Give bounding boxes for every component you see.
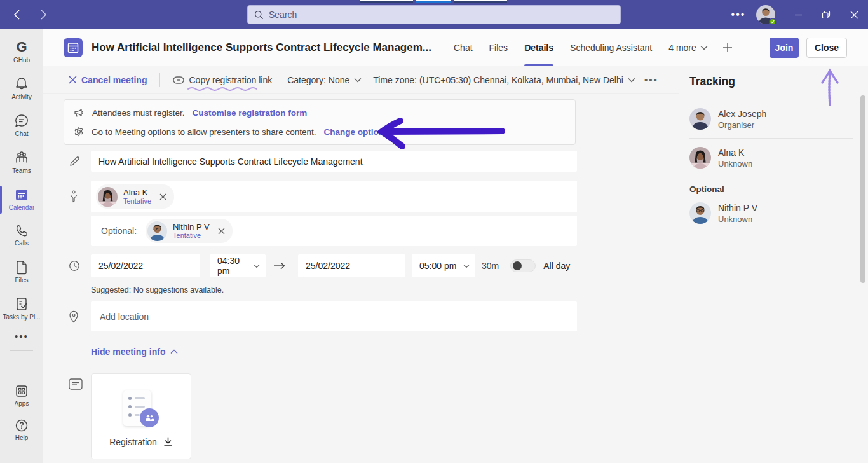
annotation-squiggle-underline bbox=[187, 86, 258, 91]
end-time-select[interactable]: 05:00 pm bbox=[412, 254, 475, 277]
avatar-alex bbox=[689, 108, 711, 130]
chevron-up-icon bbox=[170, 349, 178, 354]
attendee-chip-alna[interactable]: Alna K Tentative bbox=[96, 184, 174, 209]
optional-label: Optional: bbox=[101, 226, 137, 236]
all-day-label: All day bbox=[543, 261, 570, 271]
link-icon bbox=[173, 76, 184, 84]
minimize-button[interactable] bbox=[784, 0, 812, 29]
sidebar-divider bbox=[10, 350, 33, 351]
remove-attendee-icon[interactable] bbox=[218, 228, 225, 235]
bell-icon bbox=[15, 76, 29, 92]
registration-label: Registration bbox=[109, 437, 157, 447]
meeting-details-pane: Cancel meeting Copy registration link Ca… bbox=[43, 66, 679, 463]
attendee-status: Tentative bbox=[173, 232, 210, 240]
nav-back-icon[interactable] bbox=[10, 8, 23, 21]
avatar-nithin bbox=[689, 202, 711, 224]
page-title: How Artificial Intelligence Supports Con… bbox=[92, 41, 431, 54]
cancel-x-icon bbox=[69, 76, 77, 84]
required-attendees-field[interactable]: Alna K Tentative bbox=[91, 181, 577, 212]
tab-details[interactable]: Details bbox=[516, 29, 562, 66]
tracking-person-alna: Alna KUnknown bbox=[689, 141, 868, 174]
location-input[interactable] bbox=[91, 312, 577, 322]
people-badge-icon bbox=[140, 408, 159, 427]
remove-attendee-icon[interactable] bbox=[159, 193, 166, 200]
optional-attendees-field[interactable]: Optional: Nithin P V Tentative bbox=[91, 216, 577, 246]
screen-capture-bars bbox=[360, 0, 507, 3]
start-time-select[interactable]: 04:30 pm bbox=[210, 254, 266, 277]
sidebar-item-tasks[interactable]: Tasks by Pl... bbox=[0, 293, 43, 324]
window-close-button[interactable] bbox=[840, 0, 868, 29]
attendee-name: Alna K bbox=[123, 188, 151, 198]
location-pin-icon bbox=[69, 301, 91, 331]
sidebar-item-calendar[interactable]: Calendar bbox=[0, 183, 43, 215]
main-scrollbar[interactable] bbox=[860, 95, 865, 283]
sidebar-item-ghub[interactable]: G GHub bbox=[0, 36, 43, 67]
restore-button[interactable] bbox=[812, 0, 840, 29]
meeting-header: How Artificial Intelligence Supports Con… bbox=[43, 29, 868, 66]
start-date-input[interactable]: 25/02/2022 bbox=[91, 254, 200, 277]
toolbar-more-icon[interactable]: ••• bbox=[644, 74, 658, 85]
attendee-name: Nithin P V bbox=[173, 222, 210, 232]
timezone-selector[interactable]: Time zone: (UTC+05:30) Chennai, Kolkata,… bbox=[373, 75, 635, 85]
duration-label: 30m bbox=[482, 261, 499, 271]
sidebar-item-activity[interactable]: Activity bbox=[0, 73, 43, 104]
pencil-icon bbox=[69, 151, 91, 172]
tab-files[interactable]: Files bbox=[481, 29, 517, 66]
sidebar-item-chat[interactable]: Chat bbox=[0, 109, 43, 141]
arrow-right-icon bbox=[273, 261, 286, 270]
chevron-down-icon bbox=[463, 264, 470, 268]
description-icon bbox=[69, 373, 91, 459]
copy-registration-link-button[interactable]: Copy registration link bbox=[173, 75, 272, 85]
tracking-optional-heading: Optional bbox=[689, 184, 868, 194]
avatar-alna bbox=[689, 147, 711, 169]
change-options-link[interactable]: Change options bbox=[323, 127, 388, 137]
all-day-toggle[interactable] bbox=[510, 259, 536, 272]
cancel-meeting-button[interactable]: Cancel meeting bbox=[69, 75, 147, 85]
end-date-input[interactable]: 25/02/2022 bbox=[298, 254, 405, 277]
titlebar-more-icon[interactable]: ••• bbox=[726, 9, 751, 20]
meeting-toolbar: Cancel meeting Copy registration link Ca… bbox=[43, 66, 679, 94]
tab-chat[interactable]: Chat bbox=[445, 29, 481, 66]
chat-icon bbox=[14, 113, 29, 128]
avatar-alna bbox=[98, 187, 118, 207]
nav-forward-icon[interactable] bbox=[37, 8, 50, 21]
tab-more[interactable]: 4 more bbox=[660, 29, 716, 66]
meeting-calendar-icon bbox=[64, 38, 83, 57]
add-attendee-icon bbox=[69, 181, 91, 212]
tracking-divider bbox=[689, 138, 853, 139]
registration-notice-box: Attendees must register. Customise regis… bbox=[64, 99, 576, 145]
attendee-chip-nithin[interactable]: Nithin P V Tentative bbox=[146, 219, 233, 243]
search-input[interactable]: Search bbox=[247, 5, 621, 24]
tracking-panel: Tracking Alex JosephOrganiser Alna KUnkn… bbox=[679, 66, 868, 463]
category-selector[interactable]: Category: None bbox=[287, 75, 362, 85]
hide-meeting-info-link[interactable]: Hide meeting info bbox=[91, 347, 178, 357]
attendee-status: Tentative bbox=[123, 197, 151, 205]
add-tab-button[interactable] bbox=[722, 43, 733, 53]
registration-card[interactable]: Registration bbox=[91, 373, 191, 459]
sidebar-more-icon[interactable]: ••• bbox=[15, 324, 29, 342]
search-icon bbox=[254, 10, 264, 20]
meeting-options-notice-text: Go to Meeting options to allow presenter… bbox=[92, 127, 316, 137]
clock-icon bbox=[69, 260, 91, 272]
teams-people-icon bbox=[13, 150, 30, 165]
tracking-person-nithin: Nithin P VUnknown bbox=[689, 197, 868, 230]
customise-registration-form-link[interactable]: Customise registration form bbox=[193, 108, 308, 118]
chevron-down-icon bbox=[628, 78, 635, 83]
meeting-title-input[interactable] bbox=[91, 151, 577, 172]
sidebar-item-calls[interactable]: Calls bbox=[0, 220, 43, 251]
toolbar-divider bbox=[159, 73, 160, 87]
sidebar-item-files[interactable]: Files bbox=[0, 256, 43, 287]
sidebar-item-teams[interactable]: Teams bbox=[0, 146, 43, 178]
window-titlebar: Search ••• bbox=[0, 0, 868, 29]
calendar-icon bbox=[14, 187, 29, 202]
sidebar-item-apps[interactable]: Apps bbox=[0, 380, 43, 411]
tasks-icon bbox=[15, 296, 29, 312]
download-icon[interactable] bbox=[163, 437, 173, 447]
profile-avatar[interactable] bbox=[756, 5, 775, 24]
close-button[interactable]: Close bbox=[806, 38, 847, 58]
join-button[interactable]: Join bbox=[770, 38, 799, 58]
tab-scheduling-assistant[interactable]: Scheduling Assistant bbox=[562, 29, 660, 66]
sidebar-item-help[interactable]: Help bbox=[0, 415, 43, 445]
chevron-down-icon bbox=[354, 78, 362, 83]
tracking-person-alex: Alex JosephOrganiser bbox=[689, 102, 868, 135]
